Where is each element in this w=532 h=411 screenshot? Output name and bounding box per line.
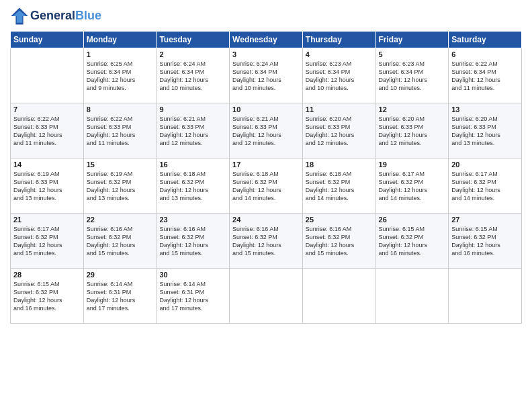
logo-icon <box>10 7 29 26</box>
calendar-cell <box>11 48 84 103</box>
day-number: 7 <box>13 105 81 113</box>
day-info: Sunrise: 6:15 AM Sunset: 6:32 PM Dayligh… <box>13 280 81 313</box>
calendar-cell: 30Sunrise: 6:14 AM Sunset: 6:31 PM Dayli… <box>157 269 230 324</box>
calendar-cell <box>302 269 375 324</box>
day-number: 9 <box>159 105 226 113</box>
day-number: 30 <box>159 271 226 279</box>
day-info: Sunrise: 6:17 AM Sunset: 6:32 PM Dayligh… <box>451 170 519 203</box>
calendar-cell: 23Sunrise: 6:16 AM Sunset: 6:32 PM Dayli… <box>157 214 230 269</box>
day-info: Sunrise: 6:23 AM Sunset: 6:34 PM Dayligh… <box>306 60 373 93</box>
logo: GeneralBlue <box>10 7 101 26</box>
calendar-cell: 28Sunrise: 6:15 AM Sunset: 6:32 PM Dayli… <box>11 269 84 324</box>
calendar-cell <box>449 269 522 324</box>
week-row-1: 1Sunrise: 6:25 AM Sunset: 6:34 PM Daylig… <box>11 48 522 103</box>
day-info: Sunrise: 6:17 AM Sunset: 6:32 PM Dayligh… <box>13 225 81 258</box>
day-number: 2 <box>159 50 226 58</box>
day-info: Sunrise: 6:14 AM Sunset: 6:31 PM Dayligh… <box>159 280 226 313</box>
day-number: 11 <box>306 105 373 113</box>
header: GeneralBlue <box>10 7 522 26</box>
day-number: 13 <box>451 105 519 113</box>
page: GeneralBlue SundayMondayTuesdayWednesday… <box>0 0 532 411</box>
calendar-cell: 2Sunrise: 6:24 AM Sunset: 6:34 PM Daylig… <box>157 48 230 103</box>
day-number: 20 <box>451 161 519 169</box>
calendar-cell: 14Sunrise: 6:19 AM Sunset: 6:33 PM Dayli… <box>11 158 84 214</box>
day-info: Sunrise: 6:16 AM Sunset: 6:32 PM Dayligh… <box>232 225 300 258</box>
calendar-cell <box>375 269 449 324</box>
day-number: 27 <box>451 216 519 224</box>
day-info: Sunrise: 6:18 AM Sunset: 6:32 PM Dayligh… <box>232 170 300 203</box>
day-info: Sunrise: 6:24 AM Sunset: 6:34 PM Dayligh… <box>232 60 300 93</box>
day-number: 4 <box>306 50 373 58</box>
day-info: Sunrise: 6:24 AM Sunset: 6:34 PM Dayligh… <box>159 60 226 93</box>
calendar-cell: 17Sunrise: 6:18 AM Sunset: 6:32 PM Dayli… <box>230 158 303 214</box>
day-number: 21 <box>13 216 81 224</box>
day-number: 6 <box>451 50 519 58</box>
calendar-cell: 1Sunrise: 6:25 AM Sunset: 6:34 PM Daylig… <box>83 48 157 103</box>
day-info: Sunrise: 6:17 AM Sunset: 6:32 PM Dayligh… <box>379 170 446 203</box>
day-info: Sunrise: 6:16 AM Sunset: 6:32 PM Dayligh… <box>159 225 226 258</box>
day-number: 22 <box>87 216 154 224</box>
calendar-cell <box>230 269 303 324</box>
calendar-cell: 10Sunrise: 6:21 AM Sunset: 6:33 PM Dayli… <box>230 103 303 158</box>
day-info: Sunrise: 6:15 AM Sunset: 6:32 PM Dayligh… <box>379 225 446 258</box>
weekday-friday: Friday <box>375 32 449 48</box>
day-info: Sunrise: 6:20 AM Sunset: 6:33 PM Dayligh… <box>379 115 446 148</box>
calendar: SundayMondayTuesdayWednesdayThursdayFrid… <box>10 31 522 324</box>
day-info: Sunrise: 6:19 AM Sunset: 6:32 PM Dayligh… <box>87 170 154 203</box>
calendar-cell: 18Sunrise: 6:18 AM Sunset: 6:32 PM Dayli… <box>302 158 375 214</box>
day-info: Sunrise: 6:25 AM Sunset: 6:34 PM Dayligh… <box>87 60 154 93</box>
day-info: Sunrise: 6:18 AM Sunset: 6:32 PM Dayligh… <box>306 170 373 203</box>
day-info: Sunrise: 6:18 AM Sunset: 6:32 PM Dayligh… <box>159 170 226 203</box>
day-info: Sunrise: 6:22 AM Sunset: 6:33 PM Dayligh… <box>13 115 81 148</box>
day-info: Sunrise: 6:21 AM Sunset: 6:33 PM Dayligh… <box>232 115 300 148</box>
day-number: 28 <box>13 271 81 279</box>
calendar-cell: 12Sunrise: 6:20 AM Sunset: 6:33 PM Dayli… <box>375 103 449 158</box>
calendar-cell: 26Sunrise: 6:15 AM Sunset: 6:32 PM Dayli… <box>375 214 449 269</box>
day-number: 3 <box>232 50 300 58</box>
calendar-cell: 27Sunrise: 6:15 AM Sunset: 6:32 PM Dayli… <box>449 214 522 269</box>
calendar-cell: 20Sunrise: 6:17 AM Sunset: 6:32 PM Dayli… <box>449 158 522 214</box>
calendar-cell: 25Sunrise: 6:16 AM Sunset: 6:32 PM Dayli… <box>302 214 375 269</box>
day-info: Sunrise: 6:22 AM Sunset: 6:33 PM Dayligh… <box>87 115 154 148</box>
day-number: 18 <box>306 161 373 169</box>
calendar-cell: 13Sunrise: 6:20 AM Sunset: 6:33 PM Dayli… <box>449 103 522 158</box>
week-row-3: 14Sunrise: 6:19 AM Sunset: 6:33 PM Dayli… <box>11 158 522 214</box>
day-info: Sunrise: 6:23 AM Sunset: 6:34 PM Dayligh… <box>379 60 446 93</box>
day-number: 24 <box>232 216 300 224</box>
day-number: 19 <box>379 161 446 169</box>
calendar-cell: 4Sunrise: 6:23 AM Sunset: 6:34 PM Daylig… <box>302 48 375 103</box>
calendar-cell: 3Sunrise: 6:24 AM Sunset: 6:34 PM Daylig… <box>230 48 303 103</box>
weekday-saturday: Saturday <box>449 32 522 48</box>
calendar-cell: 24Sunrise: 6:16 AM Sunset: 6:32 PM Dayli… <box>230 214 303 269</box>
calendar-cell: 19Sunrise: 6:17 AM Sunset: 6:32 PM Dayli… <box>375 158 449 214</box>
day-number: 14 <box>13 161 81 169</box>
day-number: 1 <box>87 50 154 58</box>
week-row-4: 21Sunrise: 6:17 AM Sunset: 6:32 PM Dayli… <box>11 214 522 269</box>
day-info: Sunrise: 6:20 AM Sunset: 6:33 PM Dayligh… <box>451 115 519 148</box>
calendar-cell: 15Sunrise: 6:19 AM Sunset: 6:32 PM Dayli… <box>83 158 157 214</box>
day-number: 10 <box>232 105 300 113</box>
weekday-monday: Monday <box>83 32 157 48</box>
day-info: Sunrise: 6:20 AM Sunset: 6:33 PM Dayligh… <box>306 115 373 148</box>
day-number: 23 <box>159 216 226 224</box>
day-info: Sunrise: 6:14 AM Sunset: 6:31 PM Dayligh… <box>87 280 154 313</box>
week-row-5: 28Sunrise: 6:15 AM Sunset: 6:32 PM Dayli… <box>11 269 522 324</box>
weekday-header-row: SundayMondayTuesdayWednesdayThursdayFrid… <box>11 32 522 48</box>
weekday-sunday: Sunday <box>11 32 84 48</box>
weekday-wednesday: Wednesday <box>230 32 303 48</box>
day-info: Sunrise: 6:21 AM Sunset: 6:33 PM Dayligh… <box>159 115 226 148</box>
week-row-2: 7Sunrise: 6:22 AM Sunset: 6:33 PM Daylig… <box>11 103 522 158</box>
day-number: 29 <box>87 271 154 279</box>
calendar-cell: 11Sunrise: 6:20 AM Sunset: 6:33 PM Dayli… <box>302 103 375 158</box>
day-info: Sunrise: 6:16 AM Sunset: 6:32 PM Dayligh… <box>306 225 373 258</box>
calendar-cell: 5Sunrise: 6:23 AM Sunset: 6:34 PM Daylig… <box>375 48 449 103</box>
calendar-cell: 8Sunrise: 6:22 AM Sunset: 6:33 PM Daylig… <box>83 103 157 158</box>
calendar-cell: 16Sunrise: 6:18 AM Sunset: 6:32 PM Dayli… <box>157 158 230 214</box>
day-number: 12 <box>379 105 446 113</box>
day-number: 17 <box>232 161 300 169</box>
day-number: 15 <box>87 161 154 169</box>
weekday-thursday: Thursday <box>302 32 375 48</box>
day-number: 26 <box>379 216 446 224</box>
day-info: Sunrise: 6:16 AM Sunset: 6:32 PM Dayligh… <box>87 225 154 258</box>
day-info: Sunrise: 6:19 AM Sunset: 6:33 PM Dayligh… <box>13 170 81 203</box>
